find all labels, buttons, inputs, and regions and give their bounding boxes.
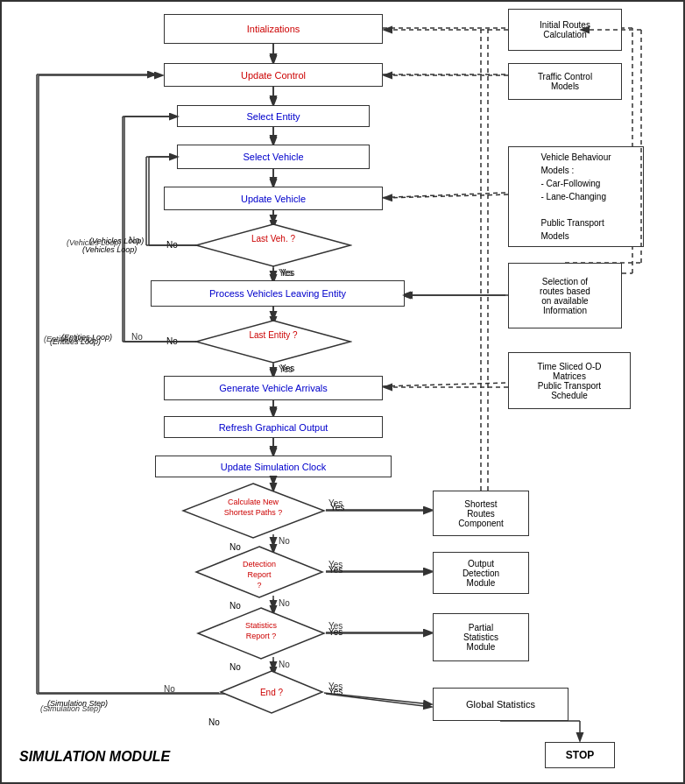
diamond-last-entity: Last Entity ? bbox=[194, 319, 352, 364]
box-stop: STOP bbox=[545, 742, 615, 768]
label-yes-last-veh: Yes bbox=[280, 268, 294, 278]
box-output-detection: Output Detection Module bbox=[433, 552, 529, 594]
label-no-end: No bbox=[208, 717, 220, 727]
box-refresh-output: Refresh Graphical Output bbox=[164, 416, 383, 438]
diamond-calc-shortest: Calculate New Shortest Paths ? bbox=[181, 482, 326, 540]
box-vehicle-behaviour: Vehicle Behaviour Models : - Car-Followi… bbox=[508, 146, 644, 247]
svg-text:No: No bbox=[164, 684, 175, 694]
svg-text:Statistics: Statistics bbox=[245, 621, 278, 630]
box-partial-statistics: Partial Statistics Module bbox=[433, 613, 529, 661]
label-entities-loop-2: (Entities Loop) bbox=[50, 337, 101, 346]
svg-text:Report: Report bbox=[247, 570, 272, 579]
box-shortest-routes: Shortest Routes Component bbox=[433, 491, 529, 536]
box-initial-routes: Initial Routes Calculation bbox=[508, 9, 622, 51]
label-yes-last-entity: Yes bbox=[280, 364, 294, 373]
box-generate-arrivals: Generate Vehicle Arrivals bbox=[164, 376, 383, 400]
box-update-vehicle: Update Vehicle bbox=[164, 187, 383, 210]
label-yes-end: Yes bbox=[328, 687, 342, 696]
box-initializations: Intializations bbox=[164, 14, 383, 44]
diamond-end: End ? bbox=[219, 669, 324, 715]
vehicle-behaviour-text: Vehicle Behaviour Models : - Car-Followi… bbox=[540, 151, 611, 243]
svg-text:Last Veh. ?: Last Veh. ? bbox=[251, 234, 295, 244]
svg-text:Detection: Detection bbox=[243, 560, 276, 569]
diagram-title: SIMULATION MODULE bbox=[19, 749, 170, 765]
svg-text:End ?: End ? bbox=[260, 688, 284, 697]
svg-text:Last Entity ?: Last Entity ? bbox=[249, 330, 297, 340]
box-update-clock: Update Simulation Clock bbox=[155, 456, 392, 477]
box-selection-routes: Selection of routes based on available I… bbox=[508, 263, 622, 328]
label-yes-calc: Yes bbox=[330, 503, 344, 512]
label-vehicles-loop-2: (Vehicles Loop) bbox=[82, 245, 137, 254]
label-vehicles-loop: (Vehicles Loop) bbox=[89, 237, 144, 245]
diamond-detection: Detection Report ? bbox=[194, 545, 324, 599]
box-time-sliced: Time Sliced O-D Matrices Public Transpor… bbox=[508, 352, 631, 409]
label-no-last-entity: No bbox=[166, 336, 178, 346]
box-global-statistics: Global Statistics bbox=[433, 688, 568, 721]
svg-text:?: ? bbox=[257, 581, 261, 590]
box-traffic-control: Traffic Control Models bbox=[508, 63, 622, 100]
svg-line-78 bbox=[385, 194, 508, 198]
box-process-vehicles: Process Vehicles Leaving Entity bbox=[151, 280, 405, 307]
box-select-vehicle: Select Vehicle bbox=[177, 145, 370, 169]
diagram-container: Intializations Update Control Select Ent… bbox=[0, 0, 685, 784]
svg-marker-37 bbox=[196, 224, 350, 266]
svg-text:No: No bbox=[131, 332, 143, 342]
svg-text:Calculate New: Calculate New bbox=[228, 498, 279, 506]
label-yes-statistics: Yes bbox=[328, 627, 342, 637]
diamond-last-veh: Last Veh. ? bbox=[194, 222, 352, 268]
label-no-last-veh: No bbox=[166, 240, 178, 250]
label-yes-detection: Yes bbox=[328, 565, 342, 575]
diamond-statistics: Statistics Report ? bbox=[196, 606, 326, 660]
svg-text:Shortest Paths ?: Shortest Paths ? bbox=[224, 508, 283, 517]
svg-marker-39 bbox=[196, 321, 350, 363]
svg-text:Report ?: Report ? bbox=[246, 632, 277, 640]
box-update-control: Update Control bbox=[164, 63, 383, 87]
label-simulation-step: (Simulation Step) bbox=[47, 699, 108, 708]
box-select-entity: Select Entity bbox=[177, 105, 370, 127]
svg-text:No: No bbox=[279, 660, 290, 669]
